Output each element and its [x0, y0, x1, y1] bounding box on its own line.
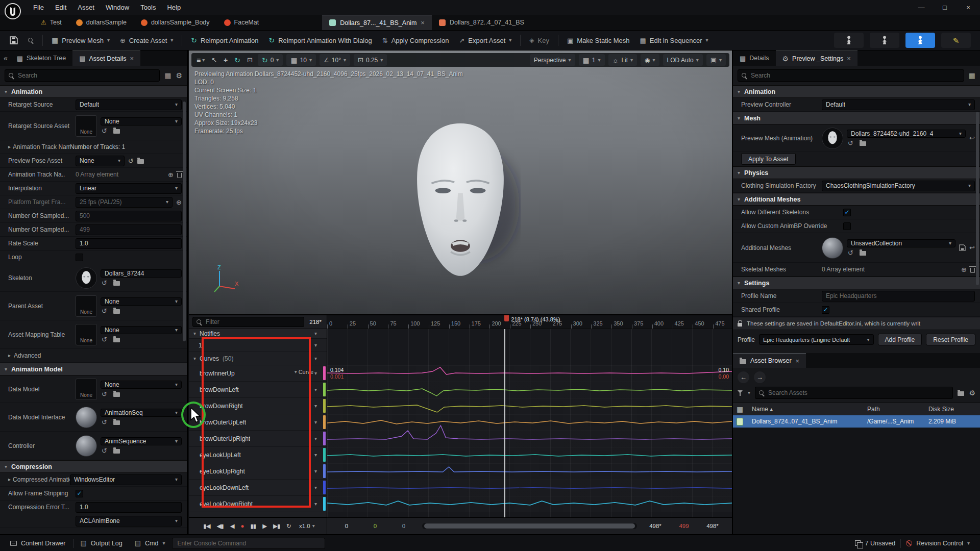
collapse-panel-icon[interactable]: «: [0, 51, 10, 66]
clothing-factory-select[interactable]: ChaosClothingSimulationFactory: [822, 181, 975, 191]
revision-control-dropdown[interactable]: Revision Control: [901, 535, 975, 551]
maximize-button[interactable]: □: [933, 0, 957, 15]
section-mesh[interactable]: Mesh: [733, 112, 980, 124]
preview-mesh-button[interactable]: Preview Mesh: [47, 33, 114, 48]
filter-icon[interactable]: [738, 390, 743, 396]
minimize-button[interactable]: —: [910, 0, 933, 15]
close-tab-icon[interactable]: ×: [130, 55, 134, 62]
browse-icon[interactable]: [113, 449, 120, 454]
table-view-icon[interactable]: [164, 72, 171, 79]
profile-name-field[interactable]: [822, 291, 975, 302]
viewport-options-icon[interactable]: [195, 57, 206, 64]
filter-input[interactable]: [206, 318, 300, 325]
search-box[interactable]: [5, 69, 160, 82]
range-in[interactable]: 0: [361, 523, 389, 529]
filter-box[interactable]: [192, 317, 304, 327]
unreal-logo-icon[interactable]: [4, 3, 21, 20]
sphere-thumbnail[interactable]: [76, 435, 97, 457]
browse-icon[interactable]: [137, 159, 144, 164]
range-start[interactable]: 0: [332, 523, 361, 529]
controller-select[interactable]: AnimSequence: [101, 437, 182, 445]
key-button[interactable]: Key: [525, 33, 554, 48]
close-button[interactable]: ×: [957, 0, 980, 15]
edit-in-sequencer-button[interactable]: Edit in Sequencer: [635, 33, 713, 48]
add-element-icon[interactable]: [168, 171, 174, 178]
trash-icon[interactable]: [177, 173, 182, 178]
preview-pose-select[interactable]: None: [76, 156, 125, 166]
parent-asset-select[interactable]: None: [101, 297, 182, 306]
left-panel-scrollbar[interactable]: [183, 102, 186, 341]
make-static-mesh-button[interactable]: Make Static Mesh: [562, 33, 634, 48]
reset-profile-button[interactable]: Reset Profile: [926, 334, 975, 345]
back-button[interactable]: [738, 371, 749, 383]
curve-track-row[interactable]: eyeLookDownRight: [189, 496, 327, 512]
move-tool-icon[interactable]: [222, 57, 229, 64]
compressed-animation-select[interactable]: WindowsEditor: [70, 474, 182, 485]
skeleton-asset-select[interactable]: Dollars_87244: [101, 269, 182, 278]
apply-compression-button[interactable]: Apply Compression: [378, 33, 454, 48]
tab-asset-details[interactable]: Asset Details ×: [72, 51, 140, 66]
browse-icon[interactable]: [860, 141, 866, 146]
mesh-mode-button[interactable]: [870, 33, 899, 48]
track-options-icon[interactable]: [314, 356, 317, 361]
save-collection-icon[interactable]: [959, 244, 966, 251]
add-element-icon[interactable]: [961, 266, 967, 273]
profile-name-input[interactable]: [826, 292, 971, 299]
select-tool-icon[interactable]: [210, 57, 218, 63]
browse-icon[interactable]: [113, 338, 120, 342]
animation-mode-button[interactable]: [905, 33, 935, 48]
preview-controller-select[interactable]: Default: [822, 99, 975, 110]
data-model-select[interactable]: None: [101, 381, 182, 389]
output-log-button[interactable]: Output Log: [76, 535, 128, 551]
use-selected-icon[interactable]: [848, 140, 853, 146]
use-selected-icon[interactable]: [102, 308, 107, 314]
lod-dropdown[interactable]: LOD Auto: [663, 54, 703, 66]
curve-track-row[interactable]: browDownRight: [189, 398, 327, 414]
console-command-input[interactable]: [172, 538, 325, 549]
asset-edit-mode-button[interactable]: ✎: [941, 33, 971, 48]
reset-to-default-icon[interactable]: [969, 135, 975, 141]
tab-bs-asset[interactable]: Dollars_872..4_07_41_BS: [432, 15, 531, 30]
track-options-icon[interactable]: [314, 469, 317, 474]
timeline-ruler[interactable]: 0255075100125150175200225250275300325350…: [327, 315, 732, 329]
settings-icon[interactable]: [176, 72, 182, 79]
track-options-icon[interactable]: [314, 387, 317, 392]
additional-meshes-select[interactable]: UnsavedCollection: [847, 239, 955, 247]
asset-mapping-select[interactable]: None: [101, 326, 182, 334]
reimport-animation-with-dialog-button[interactable]: Reimport Animation With Dialog: [264, 33, 376, 48]
browse-icon[interactable]: [113, 129, 120, 134]
browse-icon[interactable]: [860, 251, 866, 256]
data-model-interface-select[interactable]: AnimationSeq: [101, 409, 182, 417]
column-size[interactable]: Disk Size: [928, 406, 976, 413]
section-additional-meshes[interactable]: Additional Meshes: [733, 193, 980, 206]
use-selected-icon[interactable]: [848, 249, 853, 256]
add-profile-button[interactable]: Add Profile: [878, 334, 922, 345]
column-icon[interactable]: [737, 406, 752, 413]
browse-icon[interactable]: [113, 309, 120, 314]
browse-to-asset-button[interactable]: [23, 33, 38, 48]
browse-icon[interactable]: [113, 392, 120, 397]
scale-snap-chip[interactable]: 0.25: [354, 54, 387, 66]
menu-item[interactable]: Asset: [72, 0, 100, 15]
add-element-icon[interactable]: [176, 199, 182, 206]
curve-plot-area[interactable]: 0.104 0.001 0.10 0.00: [327, 329, 732, 517]
viewport-3d[interactable]: 0 10 10° 0.25 Perspective 1 Lit LOD Auto…: [189, 51, 732, 314]
asset-browser-empty-area[interactable]: [733, 428, 980, 534]
asset-thumbnail[interactable]: None: [76, 115, 97, 137]
transport-button[interactable]: ▮◀: [201, 521, 212, 531]
rotation-snap-chip[interactable]: 10°: [320, 54, 350, 66]
curve-track-row[interactable]: eyeLookUpLeft: [189, 447, 327, 463]
tab-dollarssample-body[interactable]: dollarsSample_Body: [134, 15, 217, 30]
curve-track-row[interactable]: browOuterUpRight: [189, 431, 327, 447]
browse-icon[interactable]: [113, 281, 120, 286]
menu-item[interactable]: Tools: [135, 0, 161, 15]
close-tab-icon[interactable]: ×: [421, 19, 425, 27]
trash-icon[interactable]: [970, 268, 975, 273]
angle-snap-chip[interactable]: 0: [258, 54, 283, 66]
transport-button[interactable]: ▮▮: [248, 521, 259, 531]
sphere-thumbnail[interactable]: [76, 407, 97, 428]
range-end[interactable]: 498*: [641, 523, 670, 529]
track-options-icon[interactable]: [314, 420, 317, 425]
grid-snap-chip[interactable]: 10: [286, 54, 316, 66]
acl-codec-select[interactable]: ACLAnimBone: [76, 516, 182, 527]
